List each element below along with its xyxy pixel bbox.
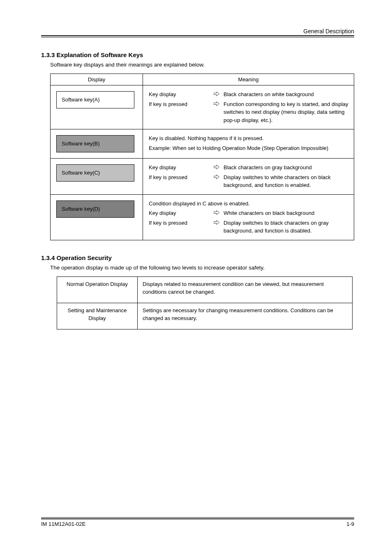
arrow-right-icon (213, 164, 220, 172)
cell-text: Display switches to black characters on … (224, 219, 350, 235)
cell-text: If key is pressed (149, 173, 210, 182)
cell-text: Black characters on gray background (224, 164, 312, 172)
swatch-darkgray: Software key(B) (56, 135, 134, 152)
operation-security-table: Normal Operation Display Displays relate… (57, 276, 353, 329)
table-row: Software key(D) Condition displayed in C… (51, 194, 354, 240)
footer-product: IM 11M12A01-02E (41, 521, 85, 527)
section-title-security: 1.3.4 Operation Security (41, 254, 354, 261)
header-chapter: General Description (41, 28, 354, 35)
arrow-right-icon (213, 209, 220, 217)
arrow-right-icon (213, 90, 220, 99)
cell-text: Key display (149, 209, 210, 217)
section-title-keys: 1.3.3 Explanation of Software Keys (41, 51, 354, 58)
table-row: Normal Operation Display Displays relate… (57, 276, 353, 303)
table-row: Software key(C) Key display Black charac… (51, 159, 354, 195)
table-row: Software key(A) Key display Black charac… (51, 85, 354, 129)
cell-text: If key is pressed (149, 100, 210, 108)
arrow-right-icon (213, 100, 220, 108)
cell-text: Setting and Maintenance Display (57, 303, 138, 329)
cell-text: Display switches to white characters on … (224, 173, 350, 189)
section-lead-keys: Software key displays and their meanings… (50, 62, 354, 68)
page-footer: IM 11M12A01-02E 1-9 (41, 517, 354, 527)
cell-text: If key is pressed (149, 219, 210, 227)
swatch-midgray: Software key(D) (56, 200, 134, 218)
cell-text: Key display (149, 164, 210, 172)
cell-text: Black characters on white background (224, 90, 314, 99)
software-keys-table: Display Meaning Software key(A) Key disp… (50, 74, 354, 240)
header-rule-thin (41, 37, 354, 37)
arrow-right-icon (213, 219, 220, 227)
cell-text: Function corresponding to key is started… (224, 100, 350, 124)
cell-text: Condition displayed in C above is enable… (149, 200, 350, 208)
swatch-white: Software key(A) (56, 91, 134, 108)
cell-text: Key is disabled. Nothing happens if it i… (149, 134, 350, 143)
cell-text: Normal Operation Display (57, 276, 138, 303)
cell-text: White characters on black background (224, 209, 314, 217)
footer-page-number: 1-9 (346, 521, 354, 527)
cell-text: Example: When set to Holding Operation M… (149, 144, 350, 152)
table-row: Software key(B) Key is disabled. Nothing… (51, 129, 354, 159)
header-rule-thick (41, 35, 354, 36)
section-lead-security: The operation display is made up of the … (50, 265, 354, 271)
cell-text: Displays related to measurement conditio… (138, 276, 353, 303)
table-head-display: Display (51, 74, 143, 85)
cell-text: Key display (149, 90, 210, 99)
cell-text: Settings are necessary for changing meas… (138, 303, 353, 329)
table-head-meaning: Meaning (143, 74, 354, 85)
table-row: Setting and Maintenance Display Settings… (57, 303, 353, 329)
arrow-right-icon (213, 173, 220, 182)
swatch-lightgray: Software key(C) (56, 164, 134, 182)
